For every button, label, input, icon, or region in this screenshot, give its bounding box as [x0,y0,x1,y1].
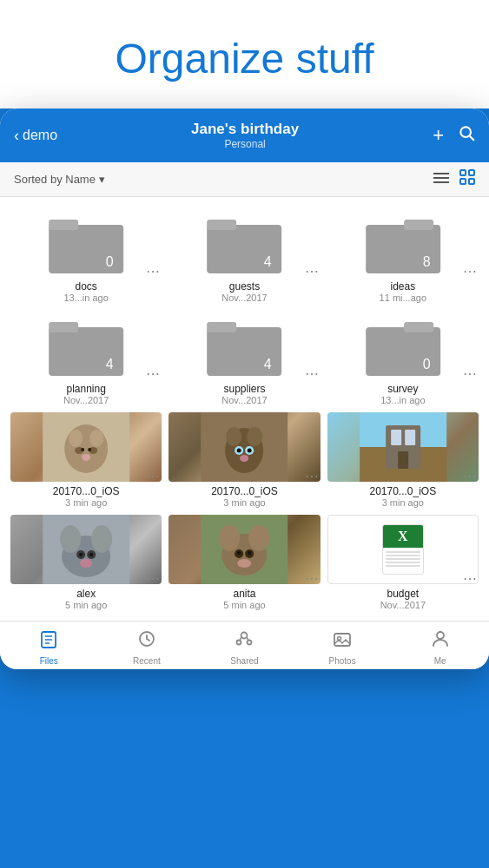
photo-more-2[interactable]: ⋯ [305,470,319,483]
me-label: Me [434,656,446,666]
app-header: ‹ demo Jane's birthday Personal + [0,108,489,162]
folder-thumb-suppliers: 4 [169,310,320,379]
photo-more-1[interactable]: ⋯ [146,470,160,483]
file-more-anita[interactable]: ⋯ [305,572,319,586]
photo-item-3[interactable]: 20170...0_iOS 3 min ago ⋯ [327,412,479,508]
svg-point-62 [219,525,240,551]
photo-item-1[interactable]: 20170...0_iOS 3 min ago ⋯ [10,412,162,508]
photo-thumb-2 [169,412,320,482]
grid-view-icon[interactable] [459,169,475,189]
photo-name-2: 20170...0_iOS [169,485,320,497]
photo-item-2[interactable]: 20170...0_iOS 3 min ago ⋯ [169,412,320,508]
nav-item-recent[interactable]: Recent [98,628,196,666]
photo-thumb-3 [327,412,479,482]
folder-name-docs: docs [10,280,162,293]
folder-name-ideas: ideas [327,280,479,293]
file-name-anita: anita [169,588,320,600]
nav-item-photos[interactable]: Photos [294,628,392,666]
file-more-alex[interactable]: ⋯ [146,572,160,586]
folder-more-planning[interactable]: ⋯ [146,367,160,381]
bottom-navigation: Files Recent [0,621,489,669]
svg-point-53 [60,525,81,553]
folder-item-suppliers[interactable]: 4 suppliers Nov...2017 ⋯ [169,310,320,405]
svg-point-28 [64,424,108,473]
search-button[interactable] [458,124,475,147]
file-item-alex[interactable]: alex 5 min ago ⋯ [10,515,162,610]
header-actions: + [433,124,475,147]
folder-thumb-guests: 4 [169,207,320,277]
folder-date-guests: Nov...2017 [221,293,267,303]
folder-more-survey[interactable]: ⋯ [463,367,477,381]
folder-more-suppliers[interactable]: ⋯ [305,367,319,381]
folder-name-survey: survey [327,383,479,395]
recent-icon [136,628,157,654]
photo-name-1: 20170...0_iOS [10,485,162,497]
folder-name-guests: guests [169,280,320,293]
svg-point-67 [248,551,251,555]
folder-item-survey[interactable]: 0 survey 13...in ago ⋯ [327,310,479,405]
folder-date-suppliers: Nov...2017 [221,395,267,405]
photo-name-3: 20170...0_iOS [327,485,479,497]
svg-rect-49 [405,430,415,445]
back-button[interactable]: ‹ demo [14,127,57,145]
folder-name-suppliers: suppliers [169,383,320,395]
folder-thumb-planning: 4 [10,310,162,379]
shared-icon [234,628,254,654]
svg-rect-25 [404,322,433,332]
svg-rect-16 [404,220,433,230]
svg-point-33 [82,454,90,461]
folder-item-guests[interactable]: 4 guests Nov...2017 ⋯ [169,207,320,303]
svg-point-54 [91,525,112,553]
svg-rect-10 [49,220,78,230]
back-label: demo [23,128,57,143]
files-label: Files [40,656,58,666]
svg-rect-22 [207,322,236,332]
folder-subtitle: Personal [191,138,299,150]
svg-point-68 [237,559,251,568]
photo-date-1: 3 min ago [65,497,107,508]
nav-item-files[interactable]: Files [0,628,98,666]
folder-thumb-ideas: 8 [327,207,479,277]
svg-text:0: 0 [106,254,114,269]
file-more-budget[interactable]: ⋯ [463,572,477,586]
svg-line-1 [470,136,474,141]
svg-point-66 [237,551,241,555]
photos-label: Photos [329,656,356,666]
nav-item-shared[interactable]: Shared [195,628,294,666]
file-date-anita: 5 min ago [223,600,265,610]
svg-point-35 [88,448,91,451]
folder-date-ideas: 11 mi...ago [380,293,426,303]
folder-more-docs[interactable]: ⋯ [146,265,160,279]
svg-point-57 [79,553,83,556]
svg-text:4: 4 [106,357,114,372]
folder-date-docs: 13...in ago [63,293,108,303]
back-chevron-icon: ‹ [14,127,19,145]
add-button[interactable]: + [433,124,444,147]
photo-thumb-1 [10,412,162,482]
file-item-budget[interactable]: X [327,515,479,610]
svg-point-29 [69,430,83,447]
sort-button[interactable]: Sorted by Name ▾ [14,173,105,186]
folder-name-planning: planning [10,383,162,395]
svg-point-43 [248,449,252,453]
file-thumb-alex [10,515,162,584]
photo-more-3[interactable]: ⋯ [463,470,477,483]
list-view-icon[interactable] [433,170,449,188]
files-icon [38,628,59,654]
folder-item-docs[interactable]: 0 docs 13...in ago ⋯ [10,207,162,303]
folder-item-planning[interactable]: 4 planning Nov...2017 ⋯ [10,310,162,405]
folder-more-guests[interactable]: ⋯ [305,265,319,279]
svg-rect-50 [398,451,408,469]
file-thumb-anita [169,515,320,584]
folder-thumb-survey: 0 [327,310,479,379]
file-date-budget: Nov...2017 [380,600,426,610]
folder-more-ideas[interactable]: ⋯ [463,265,477,279]
svg-rect-5 [460,170,466,175]
folder-item-ideas[interactable]: 8 ideas 11 mi...ago ⋯ [327,207,479,303]
nav-item-me[interactable]: Me [391,628,489,666]
file-item-anita[interactable]: anita 5 min ago ⋯ [169,515,320,610]
content-area: 0 docs 13...in ago ⋯ 4 [0,197,489,621]
svg-text:8: 8 [422,254,430,269]
svg-line-78 [247,637,248,641]
header-center: Jane's birthday Personal [191,121,299,150]
